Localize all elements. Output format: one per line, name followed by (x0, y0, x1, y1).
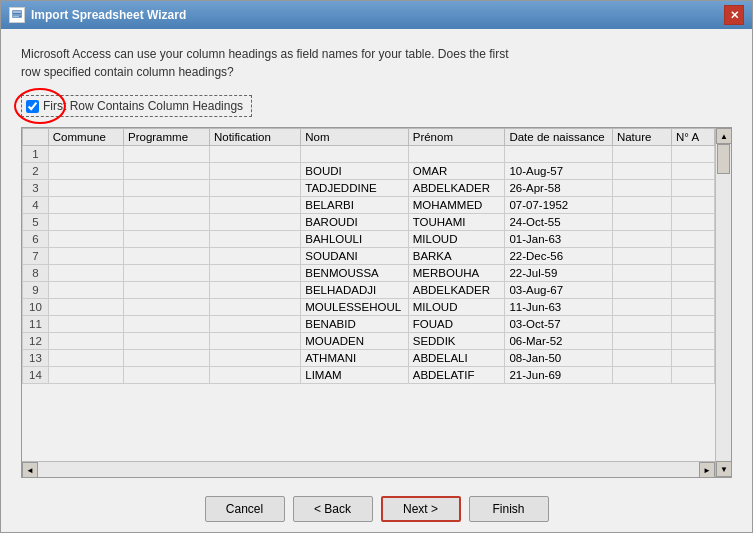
cell-n (671, 214, 714, 231)
cell-nature (612, 214, 671, 231)
cell-notification (209, 333, 300, 350)
cell-n (671, 146, 714, 163)
cell-nature (612, 265, 671, 282)
table-row: 9BELHADADJIABDELKADER03-Aug-67 (23, 282, 715, 299)
cell-rownum: 2 (23, 163, 49, 180)
cell-n (671, 299, 714, 316)
cancel-button[interactable]: Cancel (205, 496, 285, 522)
cell-datenaissance: 03-Oct-57 (505, 316, 612, 333)
vertical-scrollbar[interactable]: ▲ ▼ (715, 128, 731, 477)
table-row: 6BAHLOULIMILOUD01-Jan-63 (23, 231, 715, 248)
checkbox-label[interactable]: First Row Contains Column Headings (43, 99, 243, 113)
cell-commune (48, 146, 123, 163)
col-header-rownum (23, 129, 49, 146)
cell-nom: ATHMANI (301, 350, 408, 367)
cell-prenom: ABDELATIF (408, 367, 505, 384)
cell-n (671, 316, 714, 333)
cell-rownum: 8 (23, 265, 49, 282)
cell-n (671, 163, 714, 180)
table-row: 14LIMAMABDELATIF21-Jun-69 (23, 367, 715, 384)
import-wizard-window: Import Spreadsheet Wizard ✕ Microsoft Ac… (0, 0, 753, 533)
col-header-datenaissance: Date de naissance (505, 129, 612, 146)
cell-nom: TADJEDDINE (301, 180, 408, 197)
table-row: 11BENABIDFOUAD03-Oct-57 (23, 316, 715, 333)
cell-nom: SOUDANI (301, 248, 408, 265)
cell-rownum: 1 (23, 146, 49, 163)
wizard-icon (9, 7, 25, 23)
cell-n (671, 367, 714, 384)
cell-commune (48, 333, 123, 350)
cell-rownum: 6 (23, 231, 49, 248)
cell-rownum: 13 (23, 350, 49, 367)
cell-nom: BENMOUSSA (301, 265, 408, 282)
cell-rownum: 11 (23, 316, 49, 333)
cell-programme (123, 282, 209, 299)
next-button[interactable]: Next > (381, 496, 461, 522)
cell-rownum: 5 (23, 214, 49, 231)
cell-datenaissance: 21-Jun-69 (505, 367, 612, 384)
cell-datenaissance: 24-Oct-55 (505, 214, 612, 231)
title-bar: Import Spreadsheet Wizard ✕ (1, 1, 752, 29)
cell-notification (209, 248, 300, 265)
table-row: 13ATHMANIABDELALI08-Jan-50 (23, 350, 715, 367)
cell-datenaissance: 06-Mar-52 (505, 333, 612, 350)
table-row: 10MOULESSEHOULMILOUD11-Jun-63 (23, 299, 715, 316)
cell-commune (48, 265, 123, 282)
cell-programme (123, 163, 209, 180)
col-header-prenom: Prénom (408, 129, 505, 146)
col-header-programme: Programme (123, 129, 209, 146)
scroll-left-button[interactable]: ◄ (22, 462, 38, 477)
first-row-checkbox[interactable] (26, 100, 39, 113)
cell-nom: BELHADADJI (301, 282, 408, 299)
cell-commune (48, 231, 123, 248)
cell-commune (48, 214, 123, 231)
cell-datenaissance: 22-Dec-56 (505, 248, 612, 265)
cell-commune (48, 180, 123, 197)
scroll-right-button[interactable]: ► (699, 462, 715, 477)
finish-button[interactable]: Finish (469, 496, 549, 522)
cell-nom: BOUDI (301, 163, 408, 180)
cell-rownum: 3 (23, 180, 49, 197)
cell-datenaissance (505, 146, 612, 163)
cell-prenom: ABDELALI (408, 350, 505, 367)
cell-nature (612, 231, 671, 248)
cell-datenaissance: 07-07-1952 (505, 197, 612, 214)
cell-n (671, 265, 714, 282)
horizontal-scrollbar[interactable]: ◄ ► (22, 461, 715, 477)
cell-commune (48, 197, 123, 214)
cell-nom: BAROUDI (301, 214, 408, 231)
cell-notification (209, 163, 300, 180)
cell-prenom: OMAR (408, 163, 505, 180)
cell-notification (209, 265, 300, 282)
cell-nom: LIMAM (301, 367, 408, 384)
scroll-thumb-v[interactable] (717, 144, 730, 174)
cell-datenaissance: 01-Jan-63 (505, 231, 612, 248)
close-button[interactable]: ✕ (724, 5, 744, 25)
cell-prenom: MERBOUHA (408, 265, 505, 282)
cell-datenaissance: 10-Aug-57 (505, 163, 612, 180)
cell-rownum: 14 (23, 367, 49, 384)
cell-programme (123, 265, 209, 282)
col-header-notification: Notification (209, 129, 300, 146)
cell-programme (123, 248, 209, 265)
cell-prenom: ABDELKADER (408, 180, 505, 197)
scroll-down-button[interactable]: ▼ (716, 461, 731, 477)
cell-prenom: MILOUD (408, 299, 505, 316)
cell-datenaissance: 03-Aug-67 (505, 282, 612, 299)
cell-datenaissance: 11-Jun-63 (505, 299, 612, 316)
cell-notification (209, 282, 300, 299)
cell-nature (612, 350, 671, 367)
cell-programme (123, 180, 209, 197)
cell-prenom: BARKA (408, 248, 505, 265)
cell-notification (209, 231, 300, 248)
cell-n (671, 282, 714, 299)
svg-rect-1 (13, 11, 21, 13)
cell-nature (612, 248, 671, 265)
cell-datenaissance: 26-Apr-58 (505, 180, 612, 197)
cell-prenom: FOUAD (408, 316, 505, 333)
scroll-up-button[interactable]: ▲ (716, 128, 731, 144)
cell-commune (48, 350, 123, 367)
checkbox-container: First Row Contains Column Headings (21, 95, 252, 117)
back-button[interactable]: < Back (293, 496, 373, 522)
scroll-track-h (38, 462, 699, 477)
